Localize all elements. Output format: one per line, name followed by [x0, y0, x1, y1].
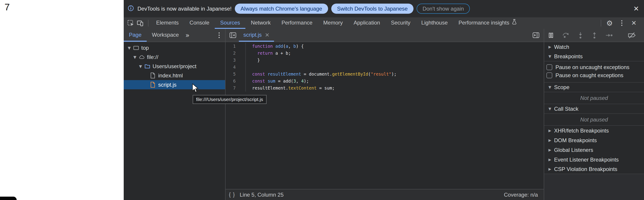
- toolbar-separator: [601, 20, 601, 26]
- section-label: Global Listeners: [554, 147, 593, 153]
- coverage-status: Coverage: n/a: [504, 192, 538, 198]
- line-number[interactable]: 3: [226, 57, 239, 64]
- pretty-print-icon[interactable]: { }: [229, 192, 235, 198]
- debugger-sections: ▶Watch▼BreakpointsPause on uncaught exce…: [544, 42, 644, 174]
- panel-tabs: ElementsConsoleSourcesNetworkPerformance…: [151, 17, 522, 29]
- tab-memory[interactable]: Memory: [318, 17, 348, 29]
- hide-debugger-sidebar-icon[interactable]: [533, 32, 539, 38]
- device-toolbar-icon[interactable]: [136, 19, 144, 27]
- navigator-tab-workspace[interactable]: Workspace: [147, 29, 184, 42]
- tree-item-script-js[interactable]: script.js: [124, 80, 225, 89]
- section-header-watch[interactable]: ▶Watch: [544, 42, 644, 52]
- code-line-7: 7resultElement.textContent = sum;: [226, 85, 544, 92]
- expander-icon[interactable]: ▼: [139, 64, 144, 69]
- tree-item-label: file://: [147, 54, 158, 60]
- close-devtools-icon[interactable]: ✕: [630, 19, 638, 27]
- tab-label: Performance: [282, 19, 312, 26]
- pause-script-icon[interactable]: [548, 32, 554, 38]
- dont-show-again-button[interactable]: Don't show again: [417, 3, 470, 14]
- notification-close-icon[interactable]: ✕: [634, 5, 639, 12]
- line-number[interactable]: 2: [226, 50, 239, 57]
- line-number[interactable]: 7: [226, 85, 239, 92]
- code-text: function add(a, b) {: [246, 43, 304, 50]
- editor-tab-scriptjs[interactable]: script.js ×: [239, 29, 274, 42]
- code-line-1: 1function add(a, b) {: [226, 43, 544, 50]
- tab-label: Lighthouse: [421, 19, 448, 26]
- code-text: const sum = add(3, 4);: [246, 78, 309, 85]
- step-into-icon[interactable]: [578, 32, 584, 39]
- tab-performance[interactable]: Performance: [276, 17, 318, 29]
- section-header-scope[interactable]: ▼Scope: [544, 83, 644, 92]
- checkbox-row: Pause on caught exceptions: [544, 71, 644, 79]
- expander-icon[interactable]: ▼: [128, 46, 133, 50]
- tab-application[interactable]: Application: [348, 17, 385, 29]
- checkbox-row: Pause on uncaught exceptions: [544, 63, 644, 71]
- editor-tab-label: script.js: [243, 32, 262, 38]
- navigator-tabs: PageWorkspace: [124, 29, 184, 42]
- tree-item-label: index.html: [158, 72, 183, 79]
- tree-item-users-user-project[interactable]: ▼Users/user/project: [124, 62, 225, 71]
- line-number[interactable]: 1: [226, 43, 239, 50]
- hide-navigator-icon[interactable]: [230, 32, 236, 38]
- tree-item-top[interactable]: ▼top: [124, 43, 225, 52]
- line-number[interactable]: 4: [226, 64, 239, 71]
- checkbox[interactable]: [546, 72, 552, 78]
- tab-label: Performance insights: [458, 19, 509, 26]
- chevron-right-icon: ▶: [548, 148, 554, 152]
- section-header-global-listeners[interactable]: ▶Global Listeners: [544, 145, 644, 155]
- section-header-event-listener-breakpoints[interactable]: ▶Event Listener Breakpoints: [544, 155, 644, 165]
- notification-message: DevTools is now available in Japanese!: [138, 6, 232, 12]
- step-icon[interactable]: [606, 32, 613, 38]
- tab-console[interactable]: Console: [184, 17, 215, 29]
- sidebar-empty-area: [544, 174, 644, 200]
- tab-performance-insights[interactable]: Performance insights: [453, 17, 522, 29]
- tab-sources[interactable]: Sources: [215, 17, 246, 29]
- line-number[interactable]: 6: [226, 78, 239, 85]
- deactivate-breakpoints-icon[interactable]: [628, 32, 636, 39]
- checkbox[interactable]: [546, 64, 552, 70]
- notification-bar: DevTools is now available in Japanese! A…: [124, 0, 644, 17]
- code-editor[interactable]: 1function add(a, b) {2 return a + b;3 }4…: [226, 42, 544, 189]
- settings-gear-icon[interactable]: ⚙: [606, 19, 613, 27]
- section-label: Scope: [554, 84, 570, 90]
- expander-icon[interactable]: ▼: [134, 55, 139, 59]
- navigator-tab-page[interactable]: Page: [124, 29, 147, 42]
- flask-icon: [512, 19, 517, 26]
- more-tabs-chevron-icon[interactable]: »: [186, 31, 189, 39]
- step-out-icon[interactable]: [592, 32, 597, 39]
- tree-item-file-[interactable]: ▼file://: [124, 52, 225, 62]
- section-header-xhr-fetch-breakpoints[interactable]: ▶XHR/fetch Breakpoints: [544, 126, 644, 135]
- section-header-breakpoints[interactable]: ▼Breakpoints: [544, 52, 644, 61]
- file-path-tooltip: file:///Users/user/project/script.js: [193, 95, 266, 104]
- notification-action-button-2[interactable]: Switch DevTools to Japanese: [331, 3, 414, 14]
- section-header-dom-breakpoints[interactable]: ▶DOM Breakpoints: [544, 135, 644, 145]
- section-header-call-stack[interactable]: ▼Call Stack: [544, 104, 644, 114]
- tree-item-index-html[interactable]: index.html: [124, 71, 225, 80]
- more-options-icon[interactable]: [618, 19, 626, 27]
- tab-security[interactable]: Security: [386, 17, 416, 29]
- editor-tab-close-icon[interactable]: ×: [265, 32, 270, 37]
- line-number[interactable]: 5: [226, 71, 239, 78]
- inspect-element-icon[interactable]: [127, 19, 134, 27]
- notification-action-button-1[interactable]: Always match Chrome's language: [235, 3, 328, 14]
- code-line-5: 5const resultElement = document.getEleme…: [226, 71, 544, 78]
- section-header-csp-violation-breakpoints[interactable]: ▶CSP Violation Breakpoints: [544, 165, 644, 174]
- section-label: Watch: [554, 44, 569, 50]
- checkbox-label: Pause on uncaught exceptions: [556, 64, 629, 70]
- section-label: XHR/fetch Breakpoints: [554, 128, 609, 134]
- checkbox-label: Pause on caught exceptions: [556, 72, 624, 78]
- navigator-menu-icon[interactable]: [218, 32, 220, 38]
- tab-lighthouse[interactable]: Lighthouse: [416, 17, 453, 29]
- tab-elements[interactable]: Elements: [151, 17, 184, 29]
- devtools-tab-bar: ElementsConsoleSourcesNetworkPerformance…: [124, 17, 644, 29]
- step-over-icon[interactable]: [562, 32, 570, 39]
- tab-network[interactable]: Network: [246, 17, 276, 29]
- tab-label: Console: [190, 19, 209, 26]
- folder-icon: [144, 63, 150, 69]
- section-label: Event Listener Breakpoints: [554, 157, 619, 163]
- code-line-4: 4: [226, 64, 544, 71]
- tree-item-label: Users/user/project: [152, 63, 196, 69]
- chevron-down-icon: ▼: [548, 54, 554, 58]
- not-paused-status: Not paused: [544, 114, 644, 126]
- editor-pane: script.js × 1function add(a, b) {2 retur…: [226, 29, 544, 200]
